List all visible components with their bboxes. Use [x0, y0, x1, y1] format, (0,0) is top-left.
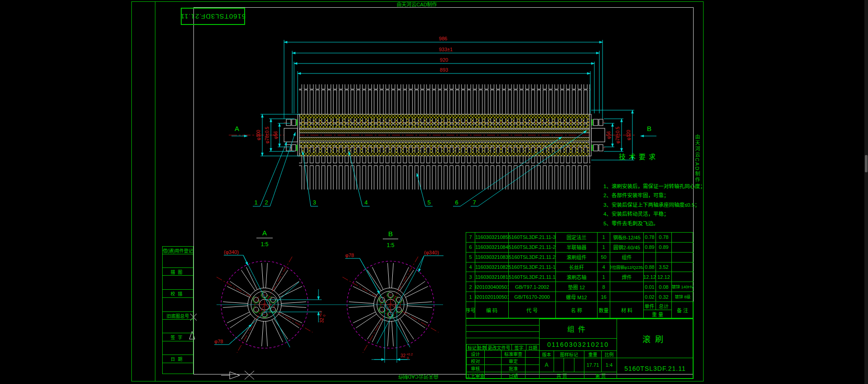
bom-cell: 钢板B-12/45 — [610, 233, 644, 243]
tech-req-item: 1、滚刷安装后，需保证一对转轴孔同心度； — [603, 182, 701, 191]
bom-cell — [672, 272, 694, 282]
role-approve: 批准 — [501, 365, 526, 372]
view-b-dim-32: 32 — [400, 353, 406, 358]
bom-header-qty: 数量 — [598, 302, 610, 319]
bom-cell: 镀锌 8级 — [672, 292, 694, 302]
dim-920: 920 — [440, 57, 448, 63]
bom-cell: 5160TSL3DF.21.11-2 — [509, 243, 556, 253]
bom-cell: 1 — [466, 292, 475, 302]
view-a-dim-32: 32 — [319, 317, 324, 323]
bom-header-weight: 重 量 — [644, 311, 672, 318]
meta-mark-box — [564, 358, 574, 372]
register-row-blank[interactable] — [163, 254, 193, 268]
bom-cell: 01160303210840 — [475, 243, 509, 253]
meta-version-label: 版本 — [539, 350, 554, 358]
bom-cell: 5160TSL3DF.21.11-3 — [509, 233, 556, 243]
register-row-label: 描图 — [163, 268, 193, 276]
part-kind: 组件 — [539, 319, 617, 339]
meta-scale-label: 比例 — [601, 350, 617, 358]
dim-d56-left: φ56 — [273, 131, 278, 139]
bom-cell: 0.88 — [644, 262, 656, 272]
view-b-tol-hi: +0.2 — [406, 353, 413, 356]
drawing-number-stamp-text: 5160TSL3DF.21.11 — [180, 13, 246, 20]
tech-req-item: 3、安装后保证上下两轴承座同轴度≤0.5； — [603, 200, 701, 209]
scrollbar-track[interactable] — [864, 0, 868, 384]
bom-header-material: 材 料 — [610, 302, 644, 319]
balloon-7: 7 — [473, 199, 476, 206]
bom-cell — [610, 282, 644, 292]
register-row-blank[interactable] — [163, 276, 193, 290]
rev-header-doc: 更改文件号 — [486, 344, 512, 350]
view-a-dim-340: (φ340) — [224, 249, 239, 255]
product-name: 滚刷 — [617, 319, 694, 358]
register-row-blank[interactable] — [163, 341, 193, 355]
register-row-label: 旧底图总号 — [163, 312, 193, 320]
dim-986: 986 — [439, 36, 447, 41]
bom-cell: 长丝杆 — [556, 262, 598, 272]
rev-header-mark: 标记 — [466, 344, 478, 350]
bom-cell: 0.02 — [644, 292, 656, 302]
role-std: 标准审查 — [501, 350, 526, 358]
bom-cell: 螺母 M12 — [556, 292, 598, 302]
scrollbar-thumb[interactable] — [865, 155, 868, 172]
balloon-1: 1 — [254, 199, 257, 206]
role-check-sign[interactable] — [484, 357, 502, 365]
bom-cell — [672, 262, 694, 272]
view-b-scale: 1:5 — [387, 242, 395, 248]
bom-cell — [672, 243, 694, 253]
bom-cell: GB/T6170-2000 — [509, 292, 556, 302]
role-ratify-sign[interactable] — [525, 357, 540, 365]
register-row-blank[interactable] — [163, 298, 193, 312]
section-label-b: B — [647, 125, 651, 132]
rev-header-count: 处数 — [477, 344, 487, 350]
brush-band-upper — [299, 114, 590, 128]
title-block: 标记 处数 更改文件号 签字 日期 设计 标准审查 校对 审定 审核 批准 工艺… — [466, 318, 693, 379]
bom-cell: 0.89 — [656, 243, 672, 253]
bom-cell: 2 — [466, 282, 475, 292]
balloon-4: 4 — [364, 199, 367, 206]
bom-cell: 9201030400501 — [475, 282, 509, 292]
bom-header-total: 总计 — [656, 302, 672, 310]
bom-cell: 0.32 — [656, 292, 672, 302]
bom-cell: 垫圈 12 — [556, 282, 598, 292]
meta-sheets: 共 页 — [539, 372, 584, 379]
view-b-dim-78: φ78 — [345, 253, 354, 258]
bom-header-no: 序号 — [466, 302, 475, 319]
bom-cell: 5 — [466, 253, 475, 262]
right-end-fitting — [589, 114, 605, 156]
bom-cell: 0.78 — [656, 233, 672, 243]
dim-933: 933±1 — [439, 47, 453, 52]
role-approve-sign[interactable] — [525, 365, 540, 372]
cad-viewer-screen: 986 933±1 920 893 φ100 φ78±0.5 φ56 — [0, 0, 868, 384]
view-a-dim-78: φ78 — [214, 339, 223, 344]
bom-cell: 3 — [466, 272, 475, 282]
bom-table: 7 01160303210850 5160TSL3DF.21.11-3 固定法兰… — [466, 232, 693, 318]
balloon-2: 2 — [265, 199, 268, 206]
role-ratify: 审定 — [501, 357, 526, 365]
rev-header-sign: 签字 — [511, 344, 526, 350]
register-row-blank[interactable] — [163, 363, 193, 374]
bom-cell — [656, 253, 672, 262]
meta-mark-box — [574, 358, 584, 372]
role-design-sign[interactable] — [484, 350, 502, 358]
bom-cell — [672, 233, 694, 243]
register-row-blank[interactable] — [163, 320, 193, 333]
dim-893: 893 — [440, 67, 448, 73]
left-dimension-texts: φ100 φ78±0.5 φ56 — [256, 126, 278, 143]
section-view-a: A 1:5 (φ340) φ78 32 +0.2 0 — [214, 229, 443, 353]
bom-cell: 8 — [598, 282, 610, 292]
role-date-sign[interactable] — [525, 372, 540, 379]
bom-cell: 6 — [466, 243, 475, 253]
role-process-sign[interactable] — [484, 372, 502, 379]
dim-d56-right: φ56 — [606, 131, 611, 139]
section-view-b: B 1:5 φ78 (φ340) 32 +0.2 0 — [342, 230, 444, 363]
bom-cell: 1 — [598, 272, 610, 282]
register-row-label: 校描 — [163, 290, 193, 298]
bom-cell: 1 — [598, 243, 610, 253]
bom-cell: 50 — [598, 253, 610, 262]
dim-d78-left: φ78±0.5 — [265, 126, 270, 143]
role-audit-sign[interactable] — [484, 365, 502, 372]
role-std-sign[interactable] — [525, 350, 540, 358]
bom-cell: 5160TSL3DF.21.11.1 — [509, 272, 556, 282]
rev-header-date: 日期 — [526, 344, 540, 350]
